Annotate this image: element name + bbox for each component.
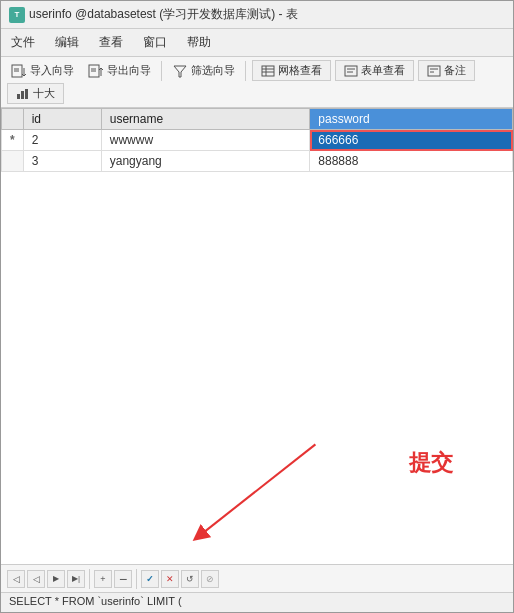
nav-separator-2	[136, 569, 137, 589]
menu-item-文件[interactable]: 文件	[1, 31, 45, 54]
col-id[interactable]: id	[23, 109, 101, 130]
status-bar: SELECT * FROM `userinfo` LIMIT (	[1, 592, 513, 612]
export-icon	[88, 64, 104, 78]
col-marker	[2, 109, 24, 130]
next-page-btn[interactable]: ▶	[47, 570, 65, 588]
grid-view-label: 网格查看	[278, 63, 322, 78]
svg-rect-19	[17, 94, 20, 99]
top10-btn[interactable]: 十大	[7, 83, 64, 104]
note-btn[interactable]: 备注	[418, 60, 475, 81]
app-icon: T	[9, 7, 25, 23]
table-row: 3 yangyang 888888	[2, 151, 513, 172]
filter-btn[interactable]: 筛选向导	[166, 61, 241, 80]
row-marker-2	[2, 151, 24, 172]
top10-icon	[16, 88, 30, 100]
add-row-btn[interactable]: +	[94, 570, 112, 588]
title-bar: T userinfo @databasetest (学习开发数据库测试) - 表	[1, 1, 513, 29]
confirm-btn[interactable]: ✓	[141, 570, 159, 588]
first-btn[interactable]: ◁	[7, 570, 25, 588]
main-content: id username password * 2 wwwww 666666 3	[1, 108, 513, 564]
note-label: 备注	[444, 63, 466, 78]
cell-id-2[interactable]: 3	[23, 151, 101, 172]
refresh-btn[interactable]: ↺	[181, 570, 199, 588]
bottom-bar: ◁ ◁ ▶ ▶| + − ✓ ✕ ↺ ⊘	[1, 564, 513, 592]
cell-username-2[interactable]: yangyang	[101, 151, 310, 172]
toolbar: 导入向导 导出向导 筛选向导	[1, 57, 513, 108]
data-table: id username password * 2 wwwww 666666 3	[1, 108, 513, 172]
cancel-row-btn[interactable]: ✕	[161, 570, 179, 588]
svg-rect-20	[21, 91, 24, 99]
submit-annotation-label: 提交	[409, 448, 453, 478]
svg-rect-13	[345, 66, 357, 76]
menu-item-窗口[interactable]: 窗口	[133, 31, 177, 54]
svg-line-22	[199, 444, 315, 536]
filter-icon	[172, 64, 188, 78]
export-btn[interactable]: 导出向导	[82, 61, 157, 80]
nav-separator-1	[89, 569, 90, 589]
grid-view-btn[interactable]: 网格查看	[252, 60, 331, 81]
table-container[interactable]: id username password * 2 wwwww 666666 3	[1, 108, 513, 388]
status-text: SELECT * FROM `userinfo` LIMIT (	[9, 595, 182, 607]
separator-2	[245, 61, 246, 81]
col-username[interactable]: username	[101, 109, 310, 130]
form-view-btn[interactable]: 表单查看	[335, 60, 414, 81]
cell-id-1[interactable]: 2	[23, 130, 101, 151]
menu-item-帮助[interactable]: 帮助	[177, 31, 221, 54]
remove-row-btn[interactable]: −	[114, 570, 132, 588]
top10-label: 十大	[33, 86, 55, 101]
stop-btn[interactable]: ⊘	[201, 570, 219, 588]
import-btn[interactable]: 导入向导	[5, 61, 80, 80]
grid-icon	[261, 65, 275, 77]
menu-item-查看[interactable]: 查看	[89, 31, 133, 54]
cell-password-2[interactable]: 888888	[310, 151, 513, 172]
cell-password-1[interactable]: 666666	[310, 130, 513, 151]
form-view-label: 表单查看	[361, 63, 405, 78]
import-label: 导入向导	[30, 63, 74, 78]
prev-btn[interactable]: ◁	[27, 570, 45, 588]
separator-1	[161, 61, 162, 81]
svg-rect-16	[428, 66, 440, 76]
window-title: userinfo @databasetest (学习开发数据库测试) - 表	[29, 6, 298, 23]
note-icon	[427, 65, 441, 77]
form-icon	[344, 65, 358, 77]
filter-label: 筛选向导	[191, 63, 235, 78]
row-marker-1: *	[2, 130, 24, 151]
import-icon	[11, 64, 27, 78]
col-password[interactable]: password	[310, 109, 513, 130]
annotation-svg	[1, 388, 513, 564]
last-btn[interactable]: ▶|	[67, 570, 85, 588]
annotation-area: 提交	[1, 388, 513, 564]
svg-rect-21	[25, 89, 28, 99]
main-window: T userinfo @databasetest (学习开发数据库测试) - 表…	[0, 0, 514, 613]
cell-username-1[interactable]: wwwww	[101, 130, 310, 151]
export-label: 导出向导	[107, 63, 151, 78]
menu-item-编辑[interactable]: 编辑	[45, 31, 89, 54]
svg-marker-8	[174, 66, 186, 77]
table-row: * 2 wwwww 666666	[2, 130, 513, 151]
menu-bar: 文件编辑查看窗口帮助	[1, 29, 513, 57]
svg-rect-9	[262, 66, 274, 76]
